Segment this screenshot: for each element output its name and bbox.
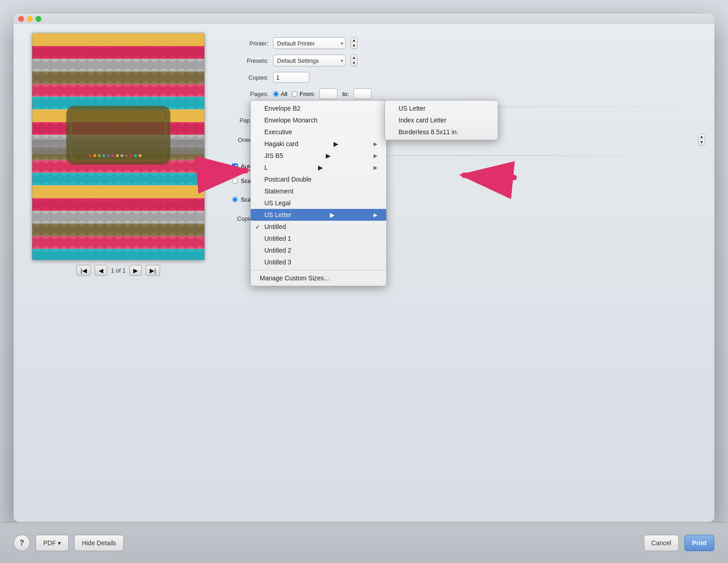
- pages-from-input[interactable]: [319, 88, 338, 99]
- menu-item-manage-custom[interactable]: Manage Custom Sizes...: [251, 272, 386, 284]
- copies-row: Copies:: [223, 72, 705, 83]
- scale-to-fit-radio[interactable]: [232, 197, 238, 203]
- chevron-pattern: [32, 33, 204, 260]
- svg-point-26: [111, 154, 114, 157]
- presets-stepper-down[interactable]: ▼: [351, 61, 357, 66]
- auto-rotate-checkbox[interactable]: [232, 163, 238, 169]
- pdf-button[interactable]: PDF ▾: [35, 535, 69, 551]
- from-pages-radio[interactable]: From:: [292, 91, 315, 97]
- submenu-arrow: ▶: [330, 211, 335, 218]
- presets-label: Presets:: [223, 57, 268, 64]
- submenu-arrow: ▶: [318, 164, 323, 171]
- menu-item-l[interactable]: L ▶: [251, 162, 386, 173]
- next-page-button[interactable]: ▶: [129, 265, 142, 276]
- presets-select-wrapper: Default Settings: [273, 55, 346, 66]
- prev-page-button[interactable]: ◀: [95, 265, 107, 276]
- menu-item-us-letter[interactable]: US Letter ▶: [251, 209, 386, 221]
- submenu-arrow: ▶: [326, 152, 331, 159]
- cancel-button[interactable]: Cancel: [644, 535, 679, 551]
- menu-item-envelope-b2[interactable]: Envelope B2: [251, 102, 386, 114]
- submenu-item-borderless[interactable]: Borderless 8.5x11 in.: [385, 126, 498, 138]
- svg-point-27: [116, 154, 119, 157]
- presets-stepper[interactable]: ▲ ▼: [350, 55, 358, 66]
- presets-select[interactable]: Default Settings: [273, 55, 346, 66]
- dialog-toolbar: [14, 14, 714, 24]
- close-button[interactable]: [18, 16, 24, 22]
- submenu-arrow: ▶: [334, 140, 339, 147]
- scale-radio[interactable]: [232, 178, 238, 184]
- preview-panel: |◀ ◀ 1 of 1 ▶ ▶|: [23, 33, 214, 513]
- menu-separator: [251, 270, 386, 270]
- preview-image: [32, 33, 205, 260]
- submenu-item-index-card[interactable]: Index card Letter: [385, 114, 498, 126]
- svg-point-24: [102, 154, 105, 157]
- submenu-item-us-letter[interactable]: US Letter: [385, 102, 498, 114]
- menu-item-executive[interactable]: Executive: [251, 126, 386, 138]
- printer-stepper[interactable]: ▲ ▼: [350, 37, 358, 49]
- orientation-stepper-up[interactable]: ▲: [698, 134, 705, 140]
- svg-point-21: [89, 154, 91, 157]
- all-pages-radio[interactable]: All: [273, 91, 287, 97]
- hide-details-button[interactable]: Hide Details: [74, 535, 124, 551]
- pages-to-label: to:: [342, 91, 349, 97]
- copies-input[interactable]: [273, 72, 309, 83]
- paper-size-dropdown: Envelope B2 Envelope Monarch Executive H…: [250, 100, 387, 286]
- presets-row: Presets: Default Settings ▲ ▼: [223, 55, 705, 66]
- menu-item-untitled-1[interactable]: Untitled 1: [251, 233, 386, 244]
- svg-point-29: [125, 154, 128, 157]
- orientation-stepper[interactable]: ▲ ▼: [698, 134, 705, 146]
- svg-point-31: [134, 154, 137, 157]
- menu-item-untitled[interactable]: Untitled: [251, 221, 386, 233]
- menu-item-us-legal[interactable]: US Legal: [251, 197, 386, 209]
- two-sided-label: [314, 74, 316, 81]
- print-button[interactable]: Print: [684, 535, 714, 551]
- menu-item-untitled-3[interactable]: Untitled 3: [251, 256, 386, 268]
- printer-select[interactable]: Default Printer: [273, 37, 346, 49]
- menu-item-envelope-monarch[interactable]: Envelope Monarch: [251, 114, 386, 126]
- copies-label: Copies:: [223, 74, 268, 81]
- page-indicator: 1 of 1: [111, 267, 126, 274]
- last-page-button[interactable]: ▶|: [146, 265, 160, 276]
- svg-point-28: [121, 154, 123, 157]
- printer-stepper-down[interactable]: ▼: [351, 43, 357, 49]
- printer-row: Printer: Default Printer ▲ ▼: [223, 37, 705, 49]
- menu-item-statement[interactable]: Statement: [251, 185, 386, 197]
- page-controls: |◀ ◀ 1 of 1 ▶ ▶|: [76, 265, 160, 276]
- help-button[interactable]: ?: [14, 535, 30, 551]
- pages-to-input[interactable]: [354, 88, 372, 99]
- svg-point-25: [107, 154, 110, 157]
- svg-point-22: [93, 154, 96, 157]
- menu-item-postcard-double[interactable]: Postcard Double: [251, 173, 386, 185]
- printer-stepper-up[interactable]: ▲: [351, 38, 357, 43]
- pages-row: Pages: All From: to:: [223, 88, 705, 99]
- orientation-stepper-down[interactable]: ▼: [698, 140, 705, 145]
- printer-label: Printer:: [223, 40, 268, 47]
- minimize-button[interactable]: [27, 16, 33, 22]
- us-letter-submenu: US Letter Index card Letter Borderless 8…: [384, 100, 498, 140]
- pages-label: Pages:: [223, 91, 268, 97]
- first-page-button[interactable]: |◀: [76, 265, 91, 276]
- svg-point-32: [139, 154, 142, 157]
- svg-point-23: [98, 154, 101, 157]
- menu-item-jis-b5[interactable]: JIS B5 ▶: [251, 150, 386, 162]
- maximize-button[interactable]: [35, 16, 41, 22]
- presets-stepper-up[interactable]: ▲: [351, 55, 357, 61]
- bottom-bar: ? PDF ▾ Hide Details Cancel Print: [0, 522, 728, 563]
- menu-item-untitled-2[interactable]: Untitled 2: [251, 244, 386, 256]
- svg-point-30: [130, 154, 132, 157]
- printer-select-wrapper: Default Printer: [273, 37, 346, 49]
- menu-item-hagaki[interactable]: Hagaki card ▶: [251, 138, 386, 150]
